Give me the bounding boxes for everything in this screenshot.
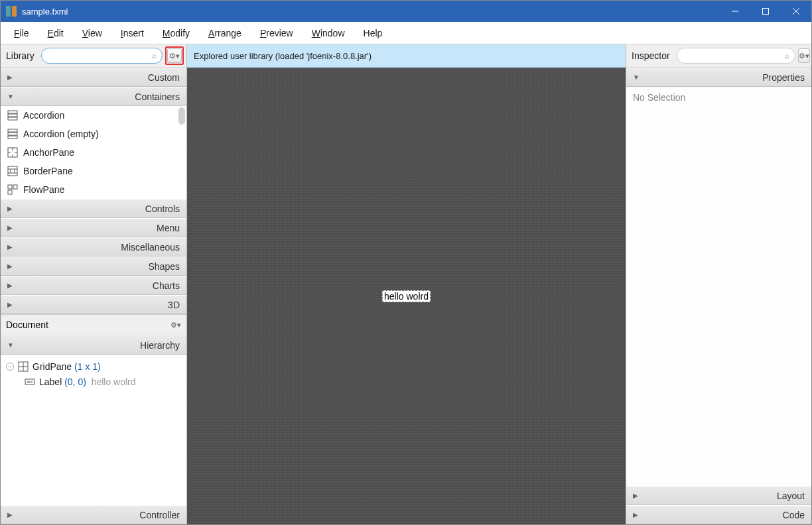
info-banner: Explored user library (loaded 'jfoenix-8… (187, 44, 626, 68)
library-item[interactable]: Accordion (empty) (1, 125, 186, 143)
chevron-right-icon: ▶ (633, 511, 638, 518)
library-item[interactable]: BorderPane (1, 162, 186, 180)
document-title: Document (6, 320, 48, 330)
no-selection-text: No Selection (633, 92, 685, 103)
chevron-right-icon: ▶ (7, 301, 13, 308)
svg-rect-4 (8, 111, 17, 113)
borderpane-icon (7, 166, 18, 176)
svg-text:abc: abc (27, 380, 33, 384)
search-icon: ⌕ (785, 51, 789, 60)
section-shapes[interactable]: ▶Shapes (1, 257, 186, 276)
menubar: File Edit View Insert Modify Arrange Pre… (1, 22, 811, 44)
inspector-menu-button[interactable]: ⚙▾ (798, 48, 810, 63)
inspector-panel: Inspector ⌕ ⚙▾ ▼ Properties No Selection… (626, 44, 811, 524)
svg-rect-20 (8, 185, 12, 189)
menu-preview[interactable]: Preview (251, 24, 303, 42)
close-button[interactable] (781, 1, 811, 22)
section-hierarchy[interactable]: ▼ Hierarchy (1, 335, 186, 355)
center-panel: Explored user library (loaded 'jfoenix-8… (187, 44, 626, 524)
svg-rect-5 (8, 114, 17, 117)
chevron-right-icon: ▶ (7, 205, 13, 212)
chevron-right-icon: ▶ (7, 282, 13, 289)
gridpane-icon (18, 361, 29, 372)
menu-view[interactable]: View (73, 24, 111, 42)
info-banner-text: Explored user library (loaded 'jfoenix-8… (194, 51, 372, 61)
app-icon (6, 6, 17, 17)
chevron-right-icon: ▶ (7, 224, 13, 231)
svg-rect-7 (8, 129, 17, 132)
document-header: Document ⚙▾ (1, 314, 186, 335)
chevron-right-icon: ▶ (7, 243, 13, 251)
inspector-header: Inspector ⌕ ⚙▾ (626, 44, 811, 68)
gear-icon: ⚙▾ (799, 52, 809, 60)
section-controller[interactable]: ▶ Controller (1, 505, 186, 524)
library-title: Library (6, 50, 34, 61)
svg-rect-6 (8, 117, 17, 120)
library-header: Library ⌕ ⚙▾ (1, 44, 186, 68)
tree-node-gridpane[interactable]: − GridPane (1 x 1) (6, 359, 181, 374)
canvas-label-node[interactable]: hello wolrd (382, 290, 431, 302)
svg-rect-15 (8, 166, 17, 176)
library-items-list: Accordion Accordion (empty) AnchorPane B… (1, 106, 186, 199)
chevron-down-icon: ▼ (633, 74, 640, 81)
maximize-button[interactable] (750, 1, 781, 22)
hierarchy-tree: − GridPane (1 x 1) abc Label (0, 0) hell… (1, 355, 186, 505)
accordion-icon (7, 129, 18, 139)
anchorpane-icon (7, 147, 18, 158)
scrollbar-thumb[interactable] (178, 107, 185, 125)
app-window: sample.fxml File Edit View Insert Modify… (0, 0, 812, 525)
titlebar: sample.fxml (1, 1, 811, 22)
document-menu-button[interactable]: ⚙▾ (170, 321, 181, 329)
gear-icon: ⚙▾ (169, 52, 180, 60)
menu-arrange[interactable]: Arrange (199, 24, 251, 42)
library-item[interactable]: FlowPane (1, 180, 186, 199)
section-menu[interactable]: ▶Menu (1, 218, 186, 237)
svg-rect-9 (8, 136, 17, 139)
window-title: sample.fxml (22, 7, 68, 17)
design-canvas[interactable]: hello wolrd (187, 68, 626, 524)
inspector-search-input[interactable] (683, 50, 785, 61)
section-custom[interactable]: ▶ Custom (1, 68, 186, 87)
menu-window[interactable]: Window (303, 24, 354, 42)
left-panel: Library ⌕ ⚙▾ ▶ Custom ▼ Containers (1, 44, 187, 524)
library-menu-highlight: ⚙▾ (165, 46, 184, 65)
menu-edit[interactable]: Edit (38, 24, 73, 42)
library-search-input[interactable] (47, 50, 152, 61)
section-containers[interactable]: ▼ Containers (1, 87, 186, 106)
flowpane-icon (7, 184, 18, 195)
library-menu-button[interactable]: ⚙▾ (167, 48, 182, 63)
menu-help[interactable]: Help (354, 24, 392, 42)
menu-insert[interactable]: Insert (111, 24, 153, 42)
menu-file[interactable]: File (5, 24, 38, 42)
search-icon: ⌕ (152, 51, 157, 60)
tree-node-label[interactable]: abc Label (0, 0) hello wolrd (6, 374, 181, 389)
section-controls[interactable]: ▶Controls (1, 199, 186, 218)
svg-rect-1 (763, 9, 769, 15)
library-search[interactable]: ⌕ (41, 48, 163, 64)
section-properties[interactable]: ▼ Properties (626, 68, 811, 87)
library-item[interactable]: Accordion (1, 106, 186, 125)
menu-modify[interactable]: Modify (153, 24, 199, 42)
svg-rect-8 (8, 133, 17, 135)
accordion-icon (7, 110, 18, 121)
minimize-button[interactable] (720, 1, 750, 22)
collapse-icon[interactable]: − (6, 363, 14, 371)
section-charts[interactable]: ▶Charts (1, 276, 186, 295)
chevron-down-icon: ▼ (7, 93, 14, 100)
chevron-right-icon: ▶ (7, 262, 13, 270)
inspector-search[interactable]: ⌕ (677, 48, 795, 64)
chevron-right-icon: ▶ (633, 492, 638, 499)
inspector-title: Inspector (632, 50, 670, 61)
chevron-down-icon: ▼ (7, 341, 14, 349)
library-item[interactable]: AnchorPane (1, 143, 186, 162)
svg-rect-21 (13, 185, 17, 189)
label-icon: abc (25, 377, 35, 387)
section-code[interactable]: ▶ Code (626, 505, 811, 524)
section-3d[interactable]: ▶3D (1, 295, 186, 314)
chevron-right-icon: ▶ (7, 74, 13, 81)
svg-rect-22 (8, 190, 12, 194)
section-miscellaneous[interactable]: ▶Miscellaneous (1, 237, 186, 257)
chevron-right-icon: ▶ (7, 511, 13, 518)
section-layout[interactable]: ▶ Layout (626, 486, 811, 505)
inspector-body: No Selection (626, 87, 811, 486)
